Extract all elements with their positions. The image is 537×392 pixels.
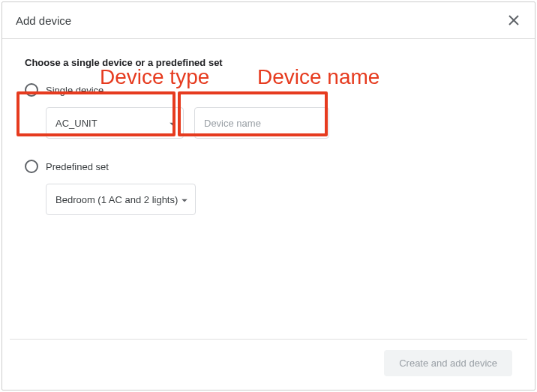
single-device-radio-row: Single device (25, 83, 512, 97)
device-name-input[interactable] (194, 107, 329, 139)
dialog-header: Add device (2, 2, 535, 39)
dialog-content: Choose a single device or a predefined s… (2, 39, 535, 339)
predefined-fields: Bedroom (1 AC and 2 lights) (46, 184, 512, 215)
close-button[interactable] (506, 13, 521, 28)
close-icon (508, 14, 520, 26)
dialog-footer: Create and add device (10, 339, 527, 390)
predefined-section: Predefined set Bedroom (1 AC and 2 light… (25, 160, 512, 215)
predefined-label: Predefined set (46, 161, 109, 172)
single-device-label: Single device (46, 85, 104, 96)
single-device-radio[interactable] (25, 83, 38, 97)
add-device-dialog: Add device Choose a single device or a p… (2, 1, 536, 391)
dialog-title: Add device (16, 14, 71, 27)
predefined-set-value: Bedroom (1 AC and 2 lights) (56, 194, 178, 205)
single-device-fields: AC_UNIT (46, 107, 512, 139)
device-type-value: AC_UNIT (56, 118, 98, 129)
create-add-device-button[interactable]: Create and add device (384, 350, 512, 376)
predefined-set-dropdown[interactable]: Bedroom (1 AC and 2 lights) (46, 184, 196, 215)
chevron-down-icon (182, 194, 188, 205)
content-subtitle: Choose a single device or a predefined s… (25, 57, 512, 68)
device-type-dropdown[interactable]: AC_UNIT (46, 107, 184, 139)
chevron-down-icon (170, 118, 176, 129)
predefined-radio[interactable] (25, 160, 38, 173)
predefined-radio-row: Predefined set (25, 160, 512, 173)
